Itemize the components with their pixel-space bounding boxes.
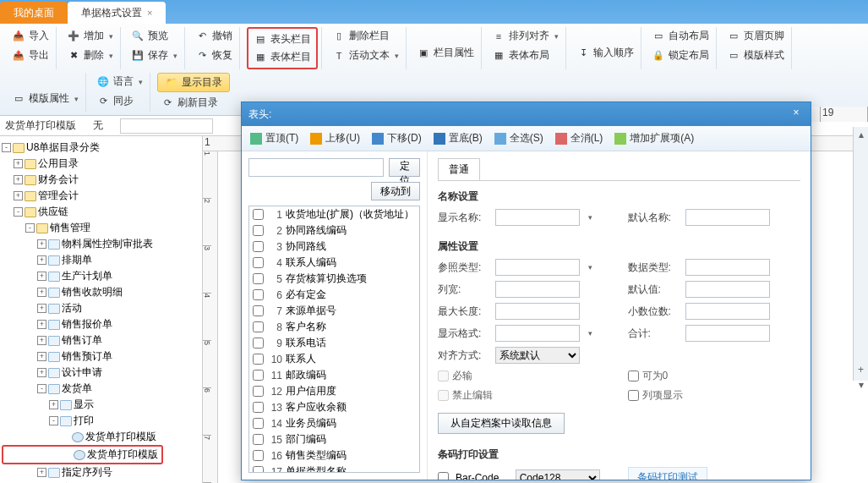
expand-icon[interactable]: + bbox=[37, 336, 46, 345]
default-name-field[interactable] bbox=[685, 209, 770, 226]
scroll-split-icon[interactable]: + bbox=[854, 362, 868, 377]
barcode-test-button[interactable]: 条码打印测试 bbox=[628, 467, 707, 480]
locate-input[interactable] bbox=[248, 158, 384, 177]
col-show-checkbox[interactable] bbox=[628, 390, 639, 401]
list-item-checkbox[interactable] bbox=[253, 370, 264, 381]
expand-icon[interactable]: + bbox=[37, 239, 46, 249]
list-item-checkbox[interactable] bbox=[253, 402, 264, 413]
list-item[interactable]: 1收货地址(扩展)（收货地址） bbox=[249, 206, 419, 222]
expand-icon[interactable]: + bbox=[37, 320, 46, 329]
display-name-field[interactable] bbox=[495, 209, 580, 226]
move-top-button[interactable]: 置顶(T) bbox=[250, 131, 298, 145]
directory-tree[interactable]: -U8单据目录分类+公用目录+财务会计+管理会计-供应链-销售管理+物料属性控制… bbox=[0, 136, 203, 483]
data-type-field[interactable] bbox=[685, 259, 770, 276]
tab-format-settings[interactable]: 单据格式设置 × bbox=[68, 2, 166, 24]
decimals-field[interactable] bbox=[685, 303, 770, 320]
expand-icon[interactable]: + bbox=[49, 400, 58, 409]
field-list[interactable]: 1收货地址(扩展)（收货地址）2协同路线编码3协同路线4联系人编码5存货核算切换… bbox=[248, 206, 420, 473]
tree-node[interactable]: -打印 bbox=[2, 413, 200, 429]
scroll-down-icon[interactable]: ▾ bbox=[854, 377, 868, 392]
list-item-checkbox[interactable] bbox=[253, 241, 264, 252]
tree-node[interactable]: -供应链 bbox=[2, 204, 200, 220]
collapse-icon[interactable]: - bbox=[14, 207, 23, 217]
max-length-field[interactable] bbox=[495, 303, 580, 320]
expand-icon[interactable]: + bbox=[14, 191, 23, 200]
body-columns-button[interactable]: ▦表体栏目 bbox=[250, 48, 314, 66]
chevron-down-icon[interactable]: ▾ bbox=[588, 329, 592, 338]
close-icon[interactable]: × bbox=[147, 8, 152, 18]
template-style-button[interactable]: ▭模版样式 bbox=[723, 47, 788, 64]
close-icon[interactable]: × bbox=[789, 107, 804, 122]
header-footer-button[interactable]: ▭页眉页脚 bbox=[723, 27, 788, 45]
tab-common[interactable]: 普通 bbox=[438, 158, 480, 180]
tree-node[interactable]: +销售订单 bbox=[2, 332, 200, 349]
expand-icon[interactable]: + bbox=[14, 159, 23, 168]
tree-node[interactable]: +销售报价单 bbox=[2, 316, 200, 332]
sync-button[interactable]: ⟳同步 bbox=[93, 92, 146, 110]
list-item-checkbox[interactable] bbox=[253, 225, 264, 236]
template-property-button[interactable]: ▭模版属性▾ bbox=[8, 90, 82, 107]
list-item[interactable]: 11邮政编码 bbox=[249, 367, 419, 383]
lock-layout-button[interactable]: 🔒锁定布局 bbox=[648, 47, 712, 64]
display-format-field[interactable] bbox=[495, 325, 580, 342]
list-item[interactable]: 9联系电话 bbox=[249, 335, 419, 351]
header-columns-button[interactable]: ▤表头栏目 bbox=[250, 30, 314, 48]
tree-node[interactable]: +管理会计 bbox=[2, 188, 200, 204]
list-item[interactable]: 8客户名称 bbox=[249, 319, 419, 335]
tree-node[interactable]: 发货单打印模版 bbox=[2, 429, 200, 445]
list-item[interactable]: 10联系人 bbox=[249, 351, 419, 367]
collapse-icon[interactable]: - bbox=[2, 143, 11, 152]
list-item[interactable]: 16销售类型编码 bbox=[249, 447, 419, 464]
undo-button[interactable]: ↶撤销 bbox=[192, 27, 236, 45]
list-item-checkbox[interactable] bbox=[253, 338, 264, 349]
list-item-checkbox[interactable] bbox=[253, 273, 264, 284]
list-item[interactable]: 17单据类型名称 bbox=[249, 464, 419, 473]
collapse-icon[interactable]: - bbox=[25, 223, 35, 233]
column-property-button[interactable]: ▣栏目属性 bbox=[413, 44, 478, 62]
deselect-all-button[interactable]: 全消(L) bbox=[555, 131, 603, 145]
list-item[interactable]: 5存货核算切换选项 bbox=[249, 271, 419, 287]
auto-layout-button[interactable]: ▭自动布局 bbox=[648, 27, 712, 45]
tree-node[interactable]: +活动 bbox=[2, 300, 200, 316]
tree-node[interactable]: +指定序列号 bbox=[2, 464, 200, 480]
tree-node[interactable]: +显示 bbox=[2, 397, 200, 413]
chevron-down-icon[interactable]: ▾ bbox=[588, 213, 592, 222]
tree-node[interactable]: -发货单 bbox=[2, 381, 200, 397]
expand-icon[interactable]: + bbox=[37, 272, 46, 281]
active-text-button[interactable]: T活动文本▾ bbox=[329, 47, 402, 64]
default-value-field[interactable] bbox=[685, 281, 770, 298]
list-item-checkbox[interactable] bbox=[253, 321, 264, 332]
list-item-checkbox[interactable] bbox=[253, 289, 264, 300]
body-layout-button[interactable]: ▦表体布局 bbox=[489, 47, 562, 64]
move-bottom-button[interactable]: 置底(B) bbox=[434, 131, 483, 145]
scroll-up-icon[interactable]: ▴ bbox=[854, 127, 868, 142]
list-item[interactable]: 3协同路线 bbox=[249, 239, 419, 255]
can-zero-checkbox[interactable] bbox=[628, 370, 639, 381]
refresh-directory-button[interactable]: ⟳刷新目录 bbox=[157, 94, 230, 112]
expand-icon[interactable]: + bbox=[37, 352, 46, 361]
tree-node[interactable]: +设计申请 bbox=[2, 365, 200, 381]
save-button[interactable]: 💾保存▾ bbox=[128, 47, 181, 64]
list-item[interactable]: 15部门编码 bbox=[249, 431, 419, 447]
tree-node[interactable]: +排期单 bbox=[2, 252, 200, 268]
chevron-down-icon[interactable]: ▾ bbox=[588, 263, 592, 272]
tree-node[interactable]: -U8单据目录分类 bbox=[2, 140, 200, 156]
tree-node[interactable]: +公用目录 bbox=[2, 156, 200, 172]
list-item[interactable]: 13客户应收余额 bbox=[249, 399, 419, 415]
list-item-checkbox[interactable] bbox=[253, 257, 264, 268]
tree-node[interactable]: +销售收款明细 bbox=[2, 284, 200, 300]
language-button[interactable]: 🌐语言▾ bbox=[93, 73, 146, 91]
expand-icon[interactable]: + bbox=[14, 175, 23, 184]
move-down-button[interactable]: 下移(D) bbox=[372, 131, 422, 145]
list-item-checkbox[interactable] bbox=[253, 418, 264, 429]
export-button[interactable]: 📤导出 bbox=[8, 47, 52, 64]
delete-column-button[interactable]: ▯删除栏目 bbox=[329, 27, 402, 45]
list-item[interactable]: 4联系人编码 bbox=[249, 255, 419, 271]
barcode-checkbox[interactable] bbox=[438, 472, 449, 480]
locate-button[interactable]: 定位 bbox=[389, 158, 420, 177]
list-item[interactable]: 14业务员编码 bbox=[249, 415, 419, 431]
tree-node[interactable]: -销售管理 bbox=[2, 220, 200, 236]
list-item[interactable]: 12用户信用度 bbox=[249, 383, 419, 399]
delete-button[interactable]: ✖删除▾ bbox=[63, 47, 117, 64]
show-directory-button[interactable]: 📁显示目录 bbox=[157, 73, 230, 92]
